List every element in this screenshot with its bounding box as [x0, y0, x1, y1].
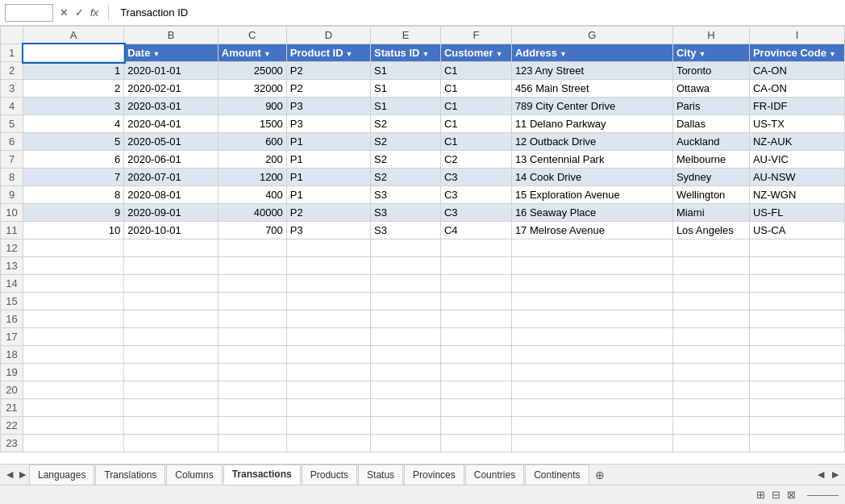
cell-r13-c6[interactable]	[440, 257, 511, 275]
cell-r10-c6[interactable]: C3	[440, 204, 511, 222]
cell-r9-c8[interactable]: Wellington	[672, 186, 749, 204]
cell-r16-c3[interactable]	[218, 310, 286, 328]
cell-r19-c5[interactable]	[371, 364, 441, 381]
cell-r23-c1[interactable]	[23, 435, 124, 452]
cell-r9-c2[interactable]: 2020-08-01	[124, 186, 219, 204]
cell-r8-c7[interactable]: 14 Cook Drive	[511, 169, 672, 186]
cell-r7-c3[interactable]: 200	[218, 151, 286, 169]
cell-r6-c8[interactable]: Auckland	[672, 133, 749, 151]
cell-r18-c6[interactable]	[440, 346, 511, 364]
cell-r12-c6[interactable]	[440, 240, 511, 257]
filter-arrow-B[interactable]: ▼	[152, 50, 160, 58]
cell-r17-c6[interactable]	[440, 328, 511, 346]
cell-r11-c6[interactable]: C4	[440, 222, 511, 240]
cell-r17-c7[interactable]	[511, 328, 672, 346]
cell-r23-c3[interactable]	[218, 435, 286, 452]
cell-r19-c7[interactable]	[511, 364, 672, 381]
cell-r11-c8[interactable]: Los Angeles	[672, 222, 749, 240]
cell-r17-c5[interactable]	[371, 328, 441, 346]
cell-r20-c2[interactable]	[124, 381, 219, 399]
cell-r22-c3[interactable]	[218, 417, 286, 435]
scroll-left-btn[interactable]: ◀	[814, 469, 827, 480]
cell-r17-c4[interactable]	[286, 328, 370, 346]
col-header-H[interactable]: H	[672, 27, 749, 44]
filter-arrow-H[interactable]: ▼	[698, 50, 706, 58]
cell-r5-c4[interactable]: P3	[286, 115, 370, 133]
cell-r7-c5[interactable]: S2	[371, 151, 441, 169]
cell-r14-c5[interactable]	[371, 275, 441, 293]
cell-r6-c3[interactable]: 600	[218, 133, 286, 151]
header-cell-I[interactable]: Province Code▼	[749, 44, 844, 62]
cell-r7-c7[interactable]: 13 Centennial Park	[511, 151, 672, 169]
cell-r21-c6[interactable]	[440, 399, 511, 417]
header-cell-B[interactable]: Date▼	[124, 44, 219, 62]
tab-provinces[interactable]: Provinces	[404, 464, 464, 485]
header-cell-F[interactable]: Customer▼	[440, 44, 511, 62]
cell-r7-c8[interactable]: Melbourne	[672, 151, 749, 169]
cell-r4-c8[interactable]: Paris	[672, 98, 749, 115]
cell-r14-c9[interactable]	[749, 275, 844, 293]
cell-r10-c1[interactable]: 9	[23, 204, 124, 222]
cell-r3-c3[interactable]: 32000	[218, 80, 286, 98]
cell-r6-c9[interactable]: NZ-AUK	[749, 133, 844, 151]
cell-r21-c1[interactable]	[23, 399, 124, 417]
cell-r18-c3[interactable]	[218, 346, 286, 364]
cell-r10-c4[interactable]: P2	[286, 204, 370, 222]
cell-r11-c5[interactable]: S3	[371, 222, 441, 240]
cell-r10-c8[interactable]: Miami	[672, 204, 749, 222]
cell-r21-c4[interactable]	[286, 399, 370, 417]
cell-r5-c3[interactable]: 1500	[218, 115, 286, 133]
cell-r8-c8[interactable]: Sydney	[672, 169, 749, 186]
cell-r5-c1[interactable]: 4	[23, 115, 124, 133]
cell-r14-c4[interactable]	[286, 275, 370, 293]
cell-r7-c4[interactable]: P1	[286, 151, 370, 169]
cell-r23-c9[interactable]	[749, 435, 844, 452]
col-header-I[interactable]: I	[749, 27, 844, 44]
cell-r19-c4[interactable]	[286, 364, 370, 381]
cell-r14-c7[interactable]	[511, 275, 672, 293]
cell-r16-c8[interactable]	[672, 310, 749, 328]
cell-r20-c6[interactable]	[440, 381, 511, 399]
cell-r9-c7[interactable]: 15 Exploration Avenue	[511, 186, 672, 204]
filter-arrow-D[interactable]: ▼	[346, 50, 353, 58]
cell-r18-c4[interactable]	[286, 346, 370, 364]
cell-r12-c3[interactable]	[218, 240, 286, 257]
tab-columns[interactable]: Columns	[166, 464, 222, 485]
cell-r2-c4[interactable]: P2	[286, 62, 370, 80]
scroll-right-btn[interactable]: ▶	[829, 469, 842, 480]
cell-r14-c2[interactable]	[124, 275, 219, 293]
cell-r22-c9[interactable]	[749, 417, 844, 435]
cell-r17-c2[interactable]	[124, 328, 219, 346]
tab-countries[interactable]: Countries	[465, 464, 524, 485]
header-cell-E[interactable]: Status ID▼	[371, 44, 441, 62]
cell-r2-c8[interactable]: Toronto	[672, 62, 749, 80]
cell-r19-c9[interactable]	[749, 364, 844, 381]
cell-r12-c8[interactable]	[672, 240, 749, 257]
cell-r14-c8[interactable]	[672, 275, 749, 293]
cell-r22-c5[interactable]	[371, 417, 441, 435]
cell-r22-c1[interactable]	[23, 417, 124, 435]
cell-r21-c2[interactable]	[124, 399, 219, 417]
header-cell-C[interactable]: Amount▼	[218, 44, 286, 62]
cell-r12-c9[interactable]	[749, 240, 844, 257]
formula-input[interactable]	[117, 4, 840, 22]
cell-r15-c1[interactable]	[23, 293, 124, 310]
cell-r7-c6[interactable]: C2	[440, 151, 511, 169]
cell-r7-c1[interactable]: 6	[23, 151, 124, 169]
cell-r13-c7[interactable]	[511, 257, 672, 275]
cell-r13-c8[interactable]	[672, 257, 749, 275]
normal-view-btn[interactable]: ⊞	[755, 489, 767, 501]
page-break-btn[interactable]: ⊠	[785, 489, 797, 501]
cell-r12-c4[interactable]	[286, 240, 370, 257]
add-sheet-button[interactable]: ⊕	[590, 469, 610, 481]
filter-arrow-A[interactable]: ▼	[102, 50, 109, 58]
cell-r8-c4[interactable]: P1	[286, 169, 370, 186]
cell-r14-c1[interactable]	[23, 275, 124, 293]
cell-r3-c1[interactable]: 2	[23, 80, 124, 98]
cell-r6-c6[interactable]: C1	[440, 133, 511, 151]
cell-r11-c2[interactable]: 2020-10-01	[124, 222, 219, 240]
cell-r21-c3[interactable]	[218, 399, 286, 417]
cell-r6-c2[interactable]: 2020-05-01	[124, 133, 219, 151]
cell-r2-c9[interactable]: CA-ON	[749, 62, 844, 80]
cell-r5-c7[interactable]: 11 Delano Parkway	[511, 115, 672, 133]
